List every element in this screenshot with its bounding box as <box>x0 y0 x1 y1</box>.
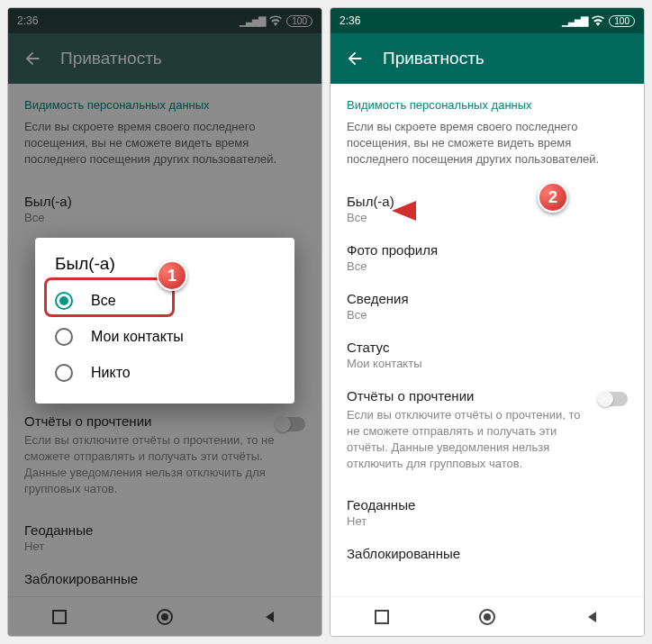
pref-last-seen[interactable]: Был(-а) Все <box>347 185 628 233</box>
pref-desc: Если вы отключите отчёты о прочтении, то… <box>347 407 590 473</box>
radio-label: Все <box>91 293 116 309</box>
dialog: Был(-а) Все Мои контакты Никто <box>35 238 294 404</box>
pref-label: Отчёты о прочтении <box>347 388 590 404</box>
dialog-title: Был(-а) <box>35 254 294 283</box>
battery-indicator: 100 <box>609 15 635 27</box>
radio-icon <box>55 328 73 346</box>
nav-home-icon[interactable] <box>478 608 496 626</box>
pref-value: Все <box>347 308 628 322</box>
pref-value: Нет <box>347 514 628 528</box>
pref-value: Все <box>347 211 628 224</box>
radio-label: Мои контакты <box>91 329 184 345</box>
pref-value: Мои контакты <box>347 357 628 370</box>
phone-left: 2:36 ▁▃▅▇ 100 Приватность Видимость перс… <box>7 7 322 637</box>
section-sub: Если вы скроете время своего последнего … <box>347 119 628 168</box>
pref-geo[interactable]: Геоданные Нет <box>347 488 628 537</box>
nav-recents-icon[interactable] <box>375 610 389 624</box>
toggle-switch[interactable] <box>599 392 628 406</box>
statusbar: 2:36 ▁▃▅▇ 100 <box>331 8 644 33</box>
appbar: Приватность <box>331 33 644 84</box>
section-header: Видимость персональных данных <box>347 98 628 112</box>
pref-photo[interactable]: Фото профиля Все <box>347 233 628 282</box>
pref-value: Все <box>347 259 628 273</box>
pref-label: Был(-а) <box>347 194 628 209</box>
pref-label: Геоданные <box>347 497 628 512</box>
content: Видимость персональных данных Если вы ск… <box>331 84 644 596</box>
svg-point-5 <box>484 613 491 621</box>
radio-option-contacts[interactable]: Мои контакты <box>35 319 294 355</box>
phone-right: 2:36 ▁▃▅▇ 100 Приватность Видимость перс… <box>330 7 645 637</box>
pref-label: Фото профиля <box>347 242 628 258</box>
radio-label: Никто <box>91 365 131 381</box>
wifi-icon <box>592 15 604 26</box>
radio-option-all[interactable]: Все <box>35 283 294 319</box>
radio-option-nobody[interactable]: Никто <box>35 355 294 391</box>
signal-icon: ▁▃▅▇ <box>562 15 587 27</box>
pref-status[interactable]: Статус Мои контакты <box>347 331 628 379</box>
nav-back-icon[interactable] <box>585 610 600 624</box>
pref-read-receipts[interactable]: Отчёты о прочтении Если вы отключите отч… <box>347 379 628 482</box>
back-icon[interactable] <box>345 49 365 68</box>
status-time: 2:36 <box>340 14 360 27</box>
appbar-title: Приватность <box>383 49 484 68</box>
radio-icon <box>55 292 73 310</box>
pref-blocked[interactable]: Заблокированные <box>347 537 628 570</box>
radio-icon <box>55 364 73 382</box>
pref-label: Статус <box>347 340 628 355</box>
pref-label: Сведения <box>347 291 628 306</box>
pref-about[interactable]: Сведения Все <box>347 282 628 331</box>
svg-rect-3 <box>376 611 388 623</box>
navbar <box>331 596 644 636</box>
pref-label: Заблокированные <box>347 546 628 561</box>
